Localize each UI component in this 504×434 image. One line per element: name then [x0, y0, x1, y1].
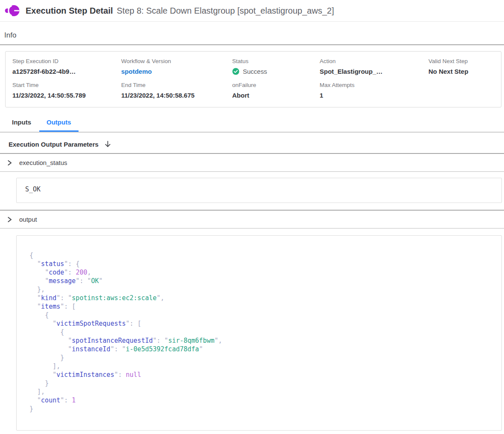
field-value: 11/23/2022, 14:50:55.789 — [12, 92, 121, 99]
field-step-execution-id: Step Execution ID a125728f-6b22-4b9… — [12, 58, 121, 75]
section-name: execution_status — [19, 159, 67, 166]
spot-logo-icon — [4, 3, 20, 18]
field-label: End Time — [121, 82, 232, 88]
section-name: output — [19, 216, 37, 223]
page-title: Execution Step DetailStep 8: Scale Down … — [26, 6, 334, 16]
field-value: No Next Step — [428, 68, 494, 75]
execution-output-parameters-header: Execution Output Parameters — [0, 133, 504, 153]
divider — [0, 171, 504, 172]
chevron-right-icon — [7, 217, 12, 223]
field-action: Action Spot_Elastigroup_… — [320, 58, 428, 75]
field-label: Step Execution ID — [12, 58, 121, 64]
field-status: Status Success — [232, 58, 320, 75]
field-value: 1 — [320, 92, 428, 99]
execution-status-value: S_OK — [16, 178, 502, 203]
download-arrow-icon[interactable] — [105, 141, 111, 148]
field-workflow-version: Workflow & Version spotdemo — [121, 58, 232, 75]
page-title-main: Execution Step Detail — [26, 6, 113, 15]
info-card: Step Execution ID a125728f-6b22-4b9… Wor… — [5, 51, 501, 107]
field-label: Max Attempts — [320, 82, 428, 88]
field-label: Status — [232, 58, 320, 64]
field-value: 11/23/2022, 14:50:58.675 — [121, 92, 232, 99]
divider — [0, 44, 504, 45]
field-valid-next-step: Valid Next Step No Next Step — [428, 58, 494, 75]
field-end-time: End Time 11/23/2022, 14:50:58.675 — [121, 82, 232, 99]
field-value: a125728f-6b22-4b9… — [12, 68, 121, 75]
field-max-attempts: Max Attempts 1 — [320, 82, 428, 99]
page-title-subtitle: Step 8: Scale Down Elastgroup [spot_elas… — [117, 6, 334, 15]
info-section-heading: Info — [0, 22, 504, 44]
field-value: Abort — [232, 92, 320, 99]
params-title: Execution Output Parameters — [9, 141, 99, 148]
output-json-box: { "status": { "code": 200, "message": "O… — [16, 235, 502, 431]
chevron-right-icon — [7, 160, 12, 166]
field-start-time: Start Time 11/23/2022, 14:50:55.789 — [12, 82, 121, 99]
field-label: Action — [320, 58, 428, 64]
tab-inputs[interactable]: Inputs — [12, 119, 38, 132]
section-row-output[interactable]: output — [0, 211, 504, 228]
field-label: onFailure — [232, 82, 320, 88]
field-onfailure: onFailure Abort — [232, 82, 320, 99]
success-check-icon — [232, 68, 239, 75]
field-value: Spot_Elastigroup_… — [320, 68, 428, 75]
divider — [0, 228, 504, 229]
field-label: Valid Next Step — [428, 58, 494, 64]
workflow-link[interactable]: spotdemo — [121, 68, 232, 75]
app-header: Execution Step DetailStep 8: Scale Down … — [0, 0, 504, 22]
status-text: Success — [243, 68, 267, 75]
status-badge: Success — [232, 68, 320, 75]
field-label: Workflow & Version — [121, 58, 232, 64]
output-json-code: { "status": { "code": 200, "message": "O… — [29, 251, 489, 413]
field-label: Start Time — [12, 82, 121, 88]
tab-outputs[interactable]: Outputs — [39, 119, 79, 132]
tab-bar: Inputs Outputs — [0, 107, 504, 132]
section-row-execution-status[interactable]: execution_status — [0, 154, 504, 171]
